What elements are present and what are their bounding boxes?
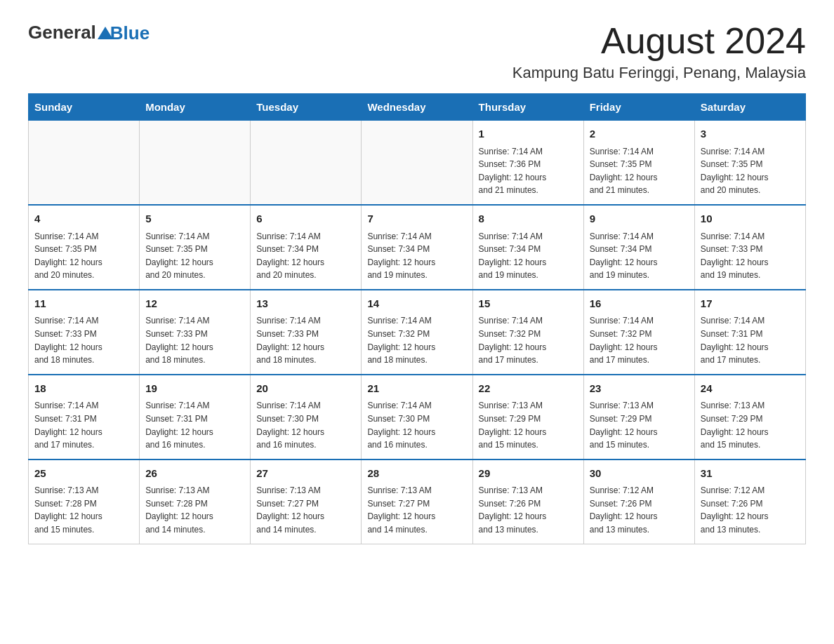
calendar-week-row: 18Sunrise: 7:14 AM Sunset: 7:31 PM Dayli… (29, 375, 806, 459)
day-number: 7 (367, 211, 466, 227)
day-number: 25 (34, 466, 133, 482)
table-row: 17Sunrise: 7:14 AM Sunset: 7:31 PM Dayli… (694, 290, 805, 375)
day-number: 14 (367, 296, 466, 312)
header-saturday: Saturday (694, 94, 805, 121)
table-row (362, 121, 472, 205)
day-info: Sunrise: 7:14 AM Sunset: 7:33 PM Dayligh… (145, 314, 244, 366)
day-info: Sunrise: 7:14 AM Sunset: 7:30 PM Dayligh… (256, 399, 355, 451)
day-number: 28 (367, 466, 466, 482)
day-number: 17 (701, 296, 800, 312)
svg-marker-0 (98, 27, 113, 39)
day-number: 3 (701, 126, 800, 142)
day-number: 26 (145, 466, 244, 482)
day-number: 9 (590, 211, 689, 227)
day-info: Sunrise: 7:14 AM Sunset: 7:33 PM Dayligh… (34, 314, 133, 366)
calendar-table: Sunday Monday Tuesday Wednesday Thursday… (28, 93, 806, 544)
day-number: 6 (256, 211, 355, 227)
day-info: Sunrise: 7:14 AM Sunset: 7:36 PM Dayligh… (479, 145, 578, 197)
day-number: 2 (590, 126, 689, 142)
day-info: Sunrise: 7:14 AM Sunset: 7:35 PM Dayligh… (701, 145, 800, 197)
day-info: Sunrise: 7:13 AM Sunset: 7:26 PM Dayligh… (479, 484, 578, 536)
page-header: General Blue August 2024 Kampung Batu Fe… (28, 21, 806, 82)
table-row: 30Sunrise: 7:12 AM Sunset: 7:26 PM Dayli… (583, 459, 694, 544)
day-number: 22 (479, 381, 578, 397)
logo: General Blue (28, 21, 150, 44)
day-info: Sunrise: 7:14 AM Sunset: 7:33 PM Dayligh… (701, 230, 800, 282)
table-row: 8Sunrise: 7:14 AM Sunset: 7:34 PM Daylig… (472, 205, 583, 290)
day-info: Sunrise: 7:13 AM Sunset: 7:27 PM Dayligh… (256, 484, 355, 536)
table-row: 3Sunrise: 7:14 AM Sunset: 7:35 PM Daylig… (694, 121, 805, 205)
table-row: 18Sunrise: 7:14 AM Sunset: 7:31 PM Dayli… (29, 375, 140, 459)
day-number: 18 (34, 381, 133, 397)
table-row: 27Sunrise: 7:13 AM Sunset: 7:27 PM Dayli… (251, 459, 362, 544)
header-sunday: Sunday (29, 94, 140, 121)
day-info: Sunrise: 7:14 AM Sunset: 7:31 PM Dayligh… (145, 399, 244, 451)
day-info: Sunrise: 7:13 AM Sunset: 7:27 PM Dayligh… (367, 484, 466, 536)
header-wednesday: Wednesday (362, 94, 472, 121)
title-section: August 2024 Kampung Batu Feringgi, Penan… (512, 21, 806, 82)
day-info: Sunrise: 7:14 AM Sunset: 7:35 PM Dayligh… (145, 230, 244, 282)
table-row: 12Sunrise: 7:14 AM Sunset: 7:33 PM Dayli… (140, 290, 251, 375)
calendar-week-row: 25Sunrise: 7:13 AM Sunset: 7:28 PM Dayli… (29, 459, 806, 544)
table-row: 10Sunrise: 7:14 AM Sunset: 7:33 PM Dayli… (694, 205, 805, 290)
day-info: Sunrise: 7:14 AM Sunset: 7:32 PM Dayligh… (479, 314, 578, 366)
day-number: 27 (256, 466, 355, 482)
day-info: Sunrise: 7:13 AM Sunset: 7:28 PM Dayligh… (34, 484, 133, 536)
day-number: 23 (590, 381, 689, 397)
table-row: 5Sunrise: 7:14 AM Sunset: 7:35 PM Daylig… (140, 205, 251, 290)
table-row: 7Sunrise: 7:14 AM Sunset: 7:34 PM Daylig… (362, 205, 472, 290)
header-tuesday: Tuesday (251, 94, 362, 121)
table-row: 15Sunrise: 7:14 AM Sunset: 7:32 PM Dayli… (472, 290, 583, 375)
day-number: 12 (145, 296, 244, 312)
day-info: Sunrise: 7:13 AM Sunset: 7:28 PM Dayligh… (145, 484, 244, 536)
day-info: Sunrise: 7:12 AM Sunset: 7:26 PM Dayligh… (701, 484, 800, 536)
logo-triangle-icon (98, 25, 113, 41)
table-row: 29Sunrise: 7:13 AM Sunset: 7:26 PM Dayli… (472, 459, 583, 544)
day-number: 11 (34, 296, 133, 312)
month-year-title: August 2024 (512, 21, 806, 61)
day-info: Sunrise: 7:14 AM Sunset: 7:34 PM Dayligh… (479, 230, 578, 282)
day-number: 20 (256, 381, 355, 397)
day-info: Sunrise: 7:14 AM Sunset: 7:33 PM Dayligh… (256, 314, 355, 366)
day-info: Sunrise: 7:13 AM Sunset: 7:29 PM Dayligh… (590, 399, 689, 451)
table-row: 24Sunrise: 7:13 AM Sunset: 7:29 PM Dayli… (694, 375, 805, 459)
day-number: 19 (145, 381, 244, 397)
day-info: Sunrise: 7:14 AM Sunset: 7:32 PM Dayligh… (590, 314, 689, 366)
day-info: Sunrise: 7:13 AM Sunset: 7:29 PM Dayligh… (701, 399, 800, 451)
logo-general: General (28, 22, 96, 43)
day-number: 16 (590, 296, 689, 312)
calendar-week-row: 4Sunrise: 7:14 AM Sunset: 7:35 PM Daylig… (29, 205, 806, 290)
day-number: 1 (479, 126, 578, 142)
table-row (29, 121, 140, 205)
day-info: Sunrise: 7:14 AM Sunset: 7:34 PM Dayligh… (256, 230, 355, 282)
table-row: 20Sunrise: 7:14 AM Sunset: 7:30 PM Dayli… (251, 375, 362, 459)
day-number: 4 (34, 211, 133, 227)
day-info: Sunrise: 7:14 AM Sunset: 7:31 PM Dayligh… (34, 399, 133, 451)
table-row (140, 121, 251, 205)
day-info: Sunrise: 7:13 AM Sunset: 7:29 PM Dayligh… (479, 399, 578, 451)
table-row: 23Sunrise: 7:13 AM Sunset: 7:29 PM Dayli… (583, 375, 694, 459)
day-number: 10 (701, 211, 800, 227)
table-row: 16Sunrise: 7:14 AM Sunset: 7:32 PM Dayli… (583, 290, 694, 375)
table-row: 11Sunrise: 7:14 AM Sunset: 7:33 PM Dayli… (29, 290, 140, 375)
table-row: 21Sunrise: 7:14 AM Sunset: 7:30 PM Dayli… (362, 375, 472, 459)
day-info: Sunrise: 7:14 AM Sunset: 7:30 PM Dayligh… (367, 399, 466, 451)
day-info: Sunrise: 7:14 AM Sunset: 7:35 PM Dayligh… (590, 145, 689, 197)
day-info: Sunrise: 7:14 AM Sunset: 7:31 PM Dayligh… (701, 314, 800, 366)
location-subtitle: Kampung Batu Feringgi, Penang, Malaysia (512, 64, 806, 82)
table-row: 22Sunrise: 7:13 AM Sunset: 7:29 PM Dayli… (472, 375, 583, 459)
table-row: 9Sunrise: 7:14 AM Sunset: 7:34 PM Daylig… (583, 205, 694, 290)
weekday-header-row: Sunday Monday Tuesday Wednesday Thursday… (29, 94, 806, 121)
calendar-week-row: 11Sunrise: 7:14 AM Sunset: 7:33 PM Dayli… (29, 290, 806, 375)
day-number: 5 (145, 211, 244, 227)
day-number: 24 (701, 381, 800, 397)
day-info: Sunrise: 7:14 AM Sunset: 7:34 PM Dayligh… (590, 230, 689, 282)
table-row: 25Sunrise: 7:13 AM Sunset: 7:28 PM Dayli… (29, 459, 140, 544)
day-info: Sunrise: 7:14 AM Sunset: 7:34 PM Dayligh… (367, 230, 466, 282)
table-row: 4Sunrise: 7:14 AM Sunset: 7:35 PM Daylig… (29, 205, 140, 290)
day-number: 8 (479, 211, 578, 227)
day-number: 13 (256, 296, 355, 312)
table-row: 2Sunrise: 7:14 AM Sunset: 7:35 PM Daylig… (583, 121, 694, 205)
table-row: 26Sunrise: 7:13 AM Sunset: 7:28 PM Dayli… (140, 459, 251, 544)
day-number: 31 (701, 466, 800, 482)
